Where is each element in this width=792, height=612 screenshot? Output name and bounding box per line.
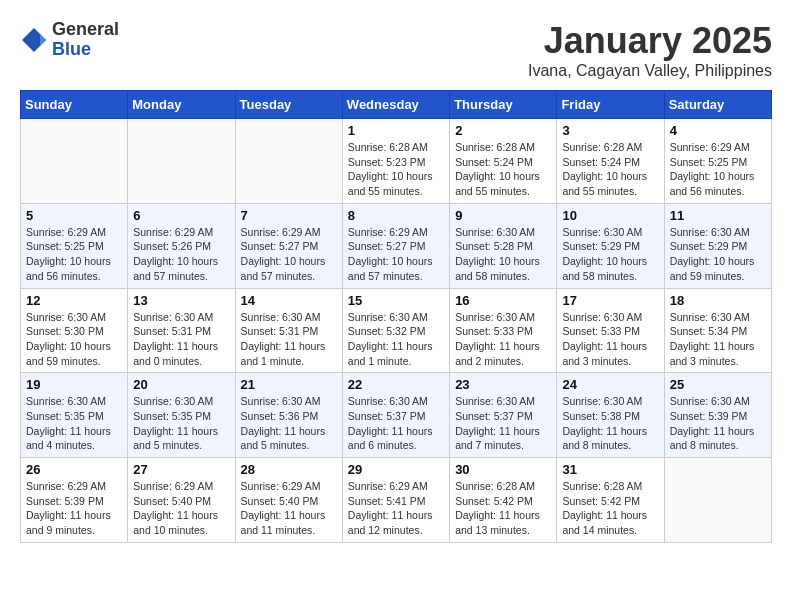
calendar-cell: 12Sunrise: 6:30 AM Sunset: 5:30 PM Dayli… [21,288,128,373]
day-number: 1 [348,123,444,138]
day-number: 28 [241,462,337,477]
day-number: 24 [562,377,658,392]
calendar-week-row: 19Sunrise: 6:30 AM Sunset: 5:35 PM Dayli… [21,373,772,458]
day-number: 18 [670,293,766,308]
calendar-cell: 6Sunrise: 6:29 AM Sunset: 5:26 PM Daylig… [128,203,235,288]
day-number: 4 [670,123,766,138]
calendar-cell: 14Sunrise: 6:30 AM Sunset: 5:31 PM Dayli… [235,288,342,373]
day-of-week-header: Sunday [21,91,128,119]
calendar-cell: 29Sunrise: 6:29 AM Sunset: 5:41 PM Dayli… [342,458,449,543]
day-of-week-header: Monday [128,91,235,119]
svg-marker-1 [40,34,46,46]
day-number: 21 [241,377,337,392]
calendar-cell: 19Sunrise: 6:30 AM Sunset: 5:35 PM Dayli… [21,373,128,458]
day-info: Sunrise: 6:29 AM Sunset: 5:25 PM Dayligh… [670,140,766,199]
day-info: Sunrise: 6:28 AM Sunset: 5:24 PM Dayligh… [562,140,658,199]
calendar-cell: 22Sunrise: 6:30 AM Sunset: 5:37 PM Dayli… [342,373,449,458]
calendar-week-row: 26Sunrise: 6:29 AM Sunset: 5:39 PM Dayli… [21,458,772,543]
day-number: 19 [26,377,122,392]
logo-general: General [52,19,119,39]
day-of-week-header: Saturday [664,91,771,119]
day-info: Sunrise: 6:28 AM Sunset: 5:42 PM Dayligh… [455,479,551,538]
day-number: 20 [133,377,229,392]
day-number: 16 [455,293,551,308]
day-number: 3 [562,123,658,138]
calendar-cell: 21Sunrise: 6:30 AM Sunset: 5:36 PM Dayli… [235,373,342,458]
logo-icon [20,26,48,54]
day-info: Sunrise: 6:30 AM Sunset: 5:29 PM Dayligh… [670,225,766,284]
day-number: 25 [670,377,766,392]
calendar-cell: 10Sunrise: 6:30 AM Sunset: 5:29 PM Dayli… [557,203,664,288]
day-info: Sunrise: 6:29 AM Sunset: 5:27 PM Dayligh… [241,225,337,284]
day-info: Sunrise: 6:28 AM Sunset: 5:23 PM Dayligh… [348,140,444,199]
logo-blue: Blue [52,39,91,59]
calendar-cell: 23Sunrise: 6:30 AM Sunset: 5:37 PM Dayli… [450,373,557,458]
day-info: Sunrise: 6:30 AM Sunset: 5:35 PM Dayligh… [133,394,229,453]
day-number: 6 [133,208,229,223]
day-number: 10 [562,208,658,223]
day-info: Sunrise: 6:29 AM Sunset: 5:40 PM Dayligh… [133,479,229,538]
day-info: Sunrise: 6:30 AM Sunset: 5:33 PM Dayligh… [562,310,658,369]
day-of-week-header: Tuesday [235,91,342,119]
day-info: Sunrise: 6:30 AM Sunset: 5:35 PM Dayligh… [26,394,122,453]
day-number: 15 [348,293,444,308]
calendar-cell: 16Sunrise: 6:30 AM Sunset: 5:33 PM Dayli… [450,288,557,373]
day-number: 31 [562,462,658,477]
calendar-table: SundayMondayTuesdayWednesdayThursdayFrid… [20,90,772,543]
calendar-subtitle: Ivana, Cagayan Valley, Philippines [528,62,772,80]
day-of-week-header: Friday [557,91,664,119]
calendar-cell [235,119,342,204]
day-info: Sunrise: 6:30 AM Sunset: 5:34 PM Dayligh… [670,310,766,369]
calendar-cell: 26Sunrise: 6:29 AM Sunset: 5:39 PM Dayli… [21,458,128,543]
day-info: Sunrise: 6:29 AM Sunset: 5:25 PM Dayligh… [26,225,122,284]
day-info: Sunrise: 6:30 AM Sunset: 5:36 PM Dayligh… [241,394,337,453]
calendar-cell: 11Sunrise: 6:30 AM Sunset: 5:29 PM Dayli… [664,203,771,288]
calendar-cell: 7Sunrise: 6:29 AM Sunset: 5:27 PM Daylig… [235,203,342,288]
calendar-week-row: 1Sunrise: 6:28 AM Sunset: 5:23 PM Daylig… [21,119,772,204]
calendar-cell: 24Sunrise: 6:30 AM Sunset: 5:38 PM Dayli… [557,373,664,458]
calendar-cell [21,119,128,204]
day-info: Sunrise: 6:30 AM Sunset: 5:31 PM Dayligh… [241,310,337,369]
calendar-week-row: 12Sunrise: 6:30 AM Sunset: 5:30 PM Dayli… [21,288,772,373]
calendar-cell [128,119,235,204]
day-info: Sunrise: 6:30 AM Sunset: 5:33 PM Dayligh… [455,310,551,369]
header-row: SundayMondayTuesdayWednesdayThursdayFrid… [21,91,772,119]
day-number: 14 [241,293,337,308]
calendar-cell: 28Sunrise: 6:29 AM Sunset: 5:40 PM Dayli… [235,458,342,543]
calendar-cell: 15Sunrise: 6:30 AM Sunset: 5:32 PM Dayli… [342,288,449,373]
calendar-cell: 31Sunrise: 6:28 AM Sunset: 5:42 PM Dayli… [557,458,664,543]
day-number: 13 [133,293,229,308]
calendar-week-row: 5Sunrise: 6:29 AM Sunset: 5:25 PM Daylig… [21,203,772,288]
day-number: 22 [348,377,444,392]
day-info: Sunrise: 6:30 AM Sunset: 5:28 PM Dayligh… [455,225,551,284]
day-info: Sunrise: 6:30 AM Sunset: 5:39 PM Dayligh… [670,394,766,453]
logo-text: General Blue [52,20,119,60]
page-header: General Blue January 2025 Ivana, Cagayan… [20,20,772,80]
calendar-title: January 2025 [528,20,772,62]
day-number: 26 [26,462,122,477]
day-number: 11 [670,208,766,223]
day-of-week-header: Thursday [450,91,557,119]
calendar-cell: 13Sunrise: 6:30 AM Sunset: 5:31 PM Dayli… [128,288,235,373]
calendar-cell: 8Sunrise: 6:29 AM Sunset: 5:27 PM Daylig… [342,203,449,288]
day-number: 2 [455,123,551,138]
day-number: 27 [133,462,229,477]
calendar-cell: 25Sunrise: 6:30 AM Sunset: 5:39 PM Dayli… [664,373,771,458]
day-number: 12 [26,293,122,308]
day-info: Sunrise: 6:28 AM Sunset: 5:24 PM Dayligh… [455,140,551,199]
calendar-cell: 17Sunrise: 6:30 AM Sunset: 5:33 PM Dayli… [557,288,664,373]
day-info: Sunrise: 6:29 AM Sunset: 5:26 PM Dayligh… [133,225,229,284]
logo: General Blue [20,20,119,60]
day-info: Sunrise: 6:29 AM Sunset: 5:41 PM Dayligh… [348,479,444,538]
day-info: Sunrise: 6:30 AM Sunset: 5:37 PM Dayligh… [348,394,444,453]
calendar-cell [664,458,771,543]
calendar-cell: 9Sunrise: 6:30 AM Sunset: 5:28 PM Daylig… [450,203,557,288]
title-block: January 2025 Ivana, Cagayan Valley, Phil… [528,20,772,80]
calendar-cell: 27Sunrise: 6:29 AM Sunset: 5:40 PM Dayli… [128,458,235,543]
day-info: Sunrise: 6:30 AM Sunset: 5:31 PM Dayligh… [133,310,229,369]
day-info: Sunrise: 6:28 AM Sunset: 5:42 PM Dayligh… [562,479,658,538]
day-info: Sunrise: 6:30 AM Sunset: 5:29 PM Dayligh… [562,225,658,284]
day-number: 23 [455,377,551,392]
day-info: Sunrise: 6:29 AM Sunset: 5:40 PM Dayligh… [241,479,337,538]
day-number: 29 [348,462,444,477]
